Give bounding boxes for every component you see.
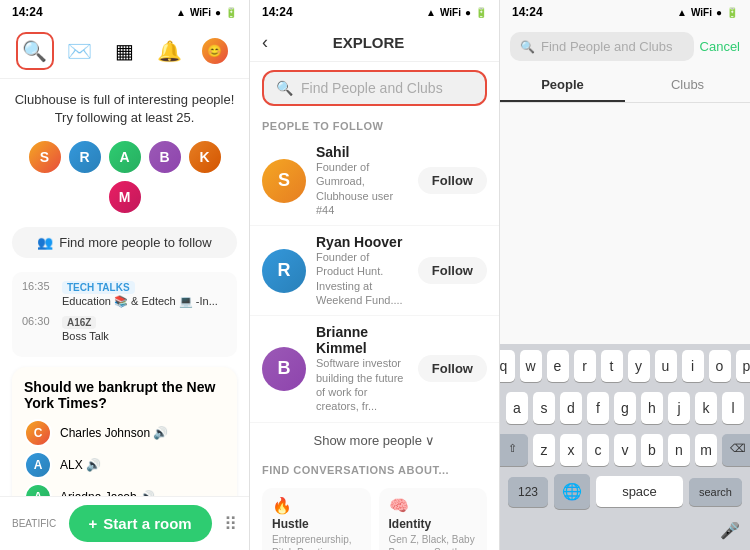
key-k[interactable]: k bbox=[695, 392, 717, 424]
keyboard-row-4: 123 🌐 space search bbox=[500, 470, 750, 517]
key-h[interactable]: h bbox=[641, 392, 663, 424]
time-right: 14:24 bbox=[512, 5, 543, 19]
key-delete[interactable]: ⌫ bbox=[722, 434, 750, 466]
mid-panel: 14:24 ▲ WiFi ● 🔋 ‹ EXPLORE 🔍 Find People… bbox=[250, 0, 500, 550]
start-room-button[interactable]: + Start a room bbox=[69, 505, 212, 542]
follow-ryan[interactable]: Follow bbox=[418, 257, 487, 284]
key-q[interactable]: q bbox=[500, 350, 515, 382]
nav-search[interactable]: 🔍 bbox=[16, 32, 54, 70]
key-shift[interactable]: ⇧ bbox=[500, 434, 528, 466]
avatar-sahil: S bbox=[262, 159, 306, 203]
key-o[interactable]: o bbox=[709, 350, 731, 382]
room-card[interactable]: Should we bankrupt the New York Times? C… bbox=[12, 367, 237, 496]
nav-messages[interactable]: ✉️ bbox=[61, 32, 99, 70]
show-more-button[interactable]: Show more people ∨ bbox=[250, 423, 499, 458]
back-arrow[interactable]: ‹ bbox=[262, 32, 268, 53]
bottom-nav: 🔍 ✉️ ▦ 🔔 😊 bbox=[0, 24, 249, 79]
left-content: Clubhouse is full of interesting people!… bbox=[0, 79, 249, 496]
person-info-ryan: Ryan Hoover Founder of Product Hunt. Inv… bbox=[316, 234, 408, 307]
find-more-button[interactable]: 👥 Find more people to follow bbox=[12, 227, 237, 258]
schedule-item-1: 16:35 TECH TALKS Education 📚 & Edtech 💻 … bbox=[22, 280, 227, 308]
left-panel: 14:24 ▲ WiFi ● 🔋 🔍 ✉️ ▦ 🔔 😊 Clubhouse is… bbox=[0, 0, 250, 550]
keyboard-row-2: a s d f g h j k l bbox=[500, 386, 750, 428]
follow-brianne[interactable]: Follow bbox=[418, 355, 487, 382]
follow-prompt: Clubhouse is full of interesting people!… bbox=[12, 91, 237, 127]
key-f[interactable]: f bbox=[587, 392, 609, 424]
avatar-brianne: B bbox=[262, 347, 306, 391]
person-avatar-3: A bbox=[24, 483, 52, 496]
tab-people[interactable]: People bbox=[500, 69, 625, 102]
person-avatar-2: A bbox=[24, 451, 52, 479]
time-mid: 14:24 bbox=[262, 5, 293, 19]
topic-hustle[interactable]: 🔥 Hustle Entrepreneurship, Pitch Practic… bbox=[262, 488, 371, 550]
key-u[interactable]: u bbox=[655, 350, 677, 382]
status-icons-mid: ▲ WiFi ● 🔋 bbox=[426, 7, 487, 18]
key-x[interactable]: x bbox=[560, 434, 582, 466]
right-panel: 14:24 ▲ WiFi ● 🔋 🔍 Find People and Clubs… bbox=[500, 0, 750, 550]
status-bar-mid: 14:24 ▲ WiFi ● 🔋 bbox=[250, 0, 499, 24]
key-m[interactable]: m bbox=[695, 434, 717, 466]
status-bar-left: 14:24 ▲ WiFi ● 🔋 bbox=[0, 0, 249, 24]
avatar-2: R bbox=[67, 139, 103, 175]
person-row-sahil: S Sahil Founder of Gumroad, Clubhouse us… bbox=[250, 136, 499, 226]
key-j[interactable]: j bbox=[668, 392, 690, 424]
explore-title: EXPLORE bbox=[276, 34, 461, 51]
avatar-5: K bbox=[187, 139, 223, 175]
right-search-bar[interactable]: 🔍 Find People and Clubs bbox=[510, 32, 694, 61]
key-s[interactable]: s bbox=[533, 392, 555, 424]
schedule-item-2: 06:30 A16Z Boss Talk bbox=[22, 315, 227, 343]
key-l[interactable]: l bbox=[722, 392, 744, 424]
bottom-bar: BEATIFIC + Start a room ⠿ bbox=[0, 496, 249, 550]
explore-search-placeholder: Find People and Clubs bbox=[301, 80, 473, 96]
explore-search-bar[interactable]: 🔍 Find People and Clubs bbox=[262, 70, 487, 106]
key-w[interactable]: w bbox=[520, 350, 542, 382]
right-search-icon: 🔍 bbox=[520, 40, 535, 54]
person-avatar-1: C bbox=[24, 419, 52, 447]
key-y[interactable]: y bbox=[628, 350, 650, 382]
grid-icon[interactable]: ⠿ bbox=[224, 513, 237, 535]
beatific-badge: BEATIFIC bbox=[12, 518, 56, 529]
room-person-2: A ALX 🔊 bbox=[24, 451, 225, 479]
nav-profile[interactable]: 😊 bbox=[196, 32, 234, 70]
nav-notifications[interactable]: 🔔 bbox=[151, 32, 189, 70]
key-123[interactable]: 123 bbox=[508, 477, 548, 507]
key-microphone[interactable]: 🎤 bbox=[720, 521, 740, 540]
topic-identity[interactable]: 🧠 Identity Gen Z, Black, Baby Boomers, S… bbox=[379, 488, 488, 550]
key-n[interactable]: n bbox=[668, 434, 690, 466]
key-search[interactable]: search bbox=[689, 478, 742, 506]
person-info-brianne: Brianne Kimmel Software investor buildin… bbox=[316, 324, 408, 413]
room-person-1: C Charles Johnson 🔊 bbox=[24, 419, 225, 447]
key-globe[interactable]: 🌐 bbox=[554, 474, 590, 509]
key-g[interactable]: g bbox=[614, 392, 636, 424]
key-b[interactable]: b bbox=[641, 434, 663, 466]
key-i[interactable]: i bbox=[682, 350, 704, 382]
room-person-3: A Ariadna Jacob 🔊 bbox=[24, 483, 225, 496]
key-d[interactable]: d bbox=[560, 392, 582, 424]
status-bar-right: 14:24 ▲ WiFi ● 🔋 bbox=[500, 0, 750, 24]
key-t[interactable]: t bbox=[601, 350, 623, 382]
mid-scroll: PEOPLE TO FOLLOW S Sahil Founder of Gumr… bbox=[250, 114, 499, 550]
key-a[interactable]: a bbox=[506, 392, 528, 424]
key-p[interactable]: p bbox=[736, 350, 751, 382]
key-c[interactable]: c bbox=[587, 434, 609, 466]
key-space[interactable]: space bbox=[596, 476, 683, 507]
key-r[interactable]: r bbox=[574, 350, 596, 382]
cancel-button[interactable]: Cancel bbox=[700, 39, 740, 54]
key-z[interactable]: z bbox=[533, 434, 555, 466]
person-row-ryan: R Ryan Hoover Founder of Product Hunt. I… bbox=[250, 226, 499, 316]
plus-icon: + bbox=[89, 515, 98, 532]
person-row-brianne: B Brianne Kimmel Software investor build… bbox=[250, 316, 499, 422]
people-section-header: PEOPLE TO FOLLOW bbox=[250, 114, 499, 136]
key-e[interactable]: e bbox=[547, 350, 569, 382]
keyboard: q w e r t y u i o p a s d f g h j k l ⇧ … bbox=[500, 344, 750, 550]
follow-sahil[interactable]: Follow bbox=[418, 167, 487, 194]
avatar-3: A bbox=[107, 139, 143, 175]
room-title: Should we bankrupt the New York Times? bbox=[24, 379, 225, 411]
schedule-block: 16:35 TECH TALKS Education 📚 & Edtech 💻 … bbox=[12, 272, 237, 357]
tab-clubs[interactable]: Clubs bbox=[625, 69, 750, 102]
keyboard-row-3: ⇧ z x c v b n m ⌫ bbox=[500, 428, 750, 470]
key-v[interactable]: v bbox=[614, 434, 636, 466]
time-left: 14:24 bbox=[12, 5, 43, 19]
status-icons-left: ▲ WiFi ● 🔋 bbox=[176, 7, 237, 18]
nav-rooms[interactable]: ▦ bbox=[106, 32, 144, 70]
